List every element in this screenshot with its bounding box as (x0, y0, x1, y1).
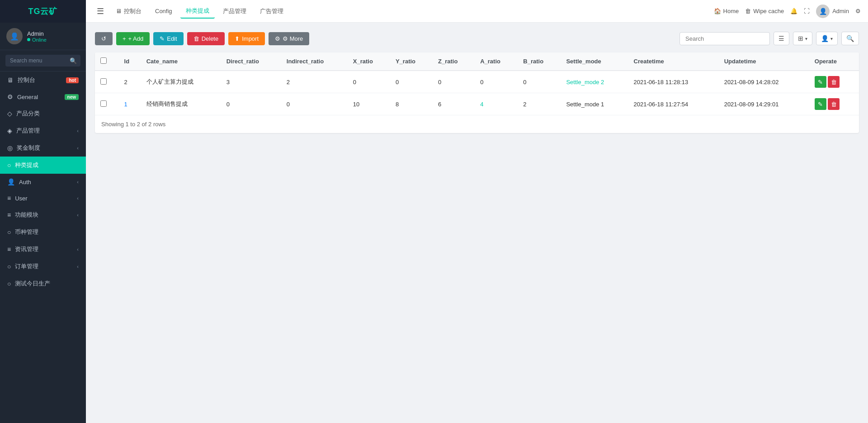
topnav-dashboard[interactable]: 🖥 控制台 (110, 5, 147, 18)
edit-row-button[interactable]: ✎ (815, 76, 826, 88)
notifications-icon[interactable]: 🔔 (790, 8, 797, 14)
table-body: 2 个人矿主算力提成 3 2 0 0 0 0 0 Settle_mode 2 2… (95, 71, 859, 115)
cell-b-ratio: 2 (518, 93, 561, 115)
refresh-button[interactable]: ↺ (95, 32, 113, 45)
row-select-checkbox[interactable] (100, 100, 107, 107)
sidebar-item-feature-module[interactable]: ≡ 功能模块 ‹ (0, 206, 86, 223)
edit-button[interactable]: ✎ Edit (153, 32, 183, 45)
chevron-icon: ‹ (77, 247, 79, 252)
user-name: Admin (27, 30, 47, 37)
showing-text: Showing 1 to 2 of 2 rows (95, 115, 859, 133)
sidebar-item-bonus-system[interactable]: ◎ 奖金制度 ‹ (0, 139, 86, 157)
import-label: Import (242, 35, 259, 42)
cell-cate-name: 个人矿主算力提成 (141, 71, 221, 93)
sidebar-item-label: 功能模块 (15, 211, 38, 219)
table-row: 2 个人矿主算力提成 3 2 0 0 0 0 0 Settle_mode 2 2… (95, 71, 859, 93)
chevron-icon: ‹ (77, 212, 79, 218)
table-header-row: Id Cate_name Direct_ratio Indirect_ratio… (95, 52, 859, 71)
list-view-button[interactable]: ☰ (774, 32, 789, 45)
cell-direct-ratio: 0 (221, 93, 281, 115)
row-select-checkbox[interactable] (100, 78, 107, 85)
cell-z-ratio: 6 (433, 93, 475, 115)
refresh-icon: ↺ (101, 35, 106, 42)
col-a-ratio: A_ratio (475, 52, 518, 71)
cell-indirect-ratio: 2 (281, 71, 348, 93)
more-button[interactable]: ⚙ ⚙ More (269, 32, 309, 45)
content-area: ↺ + + Add ✎ Edit 🗑 Delete ⬆ Import ⚙ ⚙ M… (86, 23, 868, 423)
row-checkbox (95, 93, 119, 115)
topnav-config[interactable]: Config (150, 5, 178, 17)
topnav-ad-manage[interactable]: 广告管理 (255, 5, 289, 18)
sidebar-item-product-category[interactable]: ◇ 产品分类 (0, 105, 86, 122)
col-y-ratio: Y_ratio (390, 52, 433, 71)
column-settings-button[interactable]: 👤 ▾ (816, 32, 838, 45)
col-operate: Operate (809, 52, 859, 71)
delete-row-button[interactable]: 🗑 (828, 98, 840, 110)
grid-view-icon: ⊞ (798, 35, 803, 42)
cell-x-ratio: 0 (348, 71, 390, 93)
delete-row-button[interactable]: 🗑 (828, 76, 840, 88)
chevron-icon: ‹ (77, 145, 79, 151)
grid-view-button[interactable]: ⊞ ▾ (793, 32, 812, 45)
sidebar-item-dashboard[interactable]: 🖥 控制台 hot (0, 71, 86, 89)
cell-createtime: 2021-06-18 11:28:13 (628, 71, 719, 93)
sidebar-item-label: 测试今日生产 (15, 280, 50, 288)
import-button[interactable]: ⬆ Import (228, 32, 265, 45)
sidebar-item-label: 订单管理 (15, 262, 38, 271)
sidebar-item-label: 奖金制度 (17, 144, 40, 152)
sidebar-item-category-commission[interactable]: ○ 种类提成 (0, 157, 86, 174)
sidebar-item-order-manage[interactable]: ○ 订单管理 ‹ (0, 258, 86, 275)
cell-y-ratio: 8 (390, 93, 433, 115)
sidebar-item-test-today[interactable]: ○ 测试今日生产 (0, 275, 86, 292)
settings-icon[interactable]: ⚙ (855, 8, 861, 14)
edit-row-button[interactable]: ✎ (815, 98, 826, 110)
cell-direct-ratio: 3 (221, 71, 281, 93)
col-indirect-ratio: Indirect_ratio (281, 52, 348, 71)
cell-x-ratio: 10 (348, 93, 390, 115)
app-logo: TG云矿 (0, 0, 86, 23)
import-icon: ⬆ (235, 35, 240, 42)
topnav-product-manage[interactable]: 产品管理 (217, 5, 252, 18)
delete-button[interactable]: 🗑 Delete (187, 32, 225, 45)
topnav-category-commission[interactable]: 种类提成 (180, 4, 215, 19)
search-menu-wrap: 🔍 (0, 50, 86, 71)
col-x-ratio: X_ratio (348, 52, 390, 71)
sidebar-item-label: General (17, 94, 38, 100)
wipe-cache-link[interactable]: 🗑 Wipe cache (745, 8, 784, 14)
settle-mode-link[interactable]: Settle_mode 2 (566, 79, 604, 86)
table-search-button[interactable]: 🔍 (841, 32, 859, 45)
sidebar-item-general[interactable]: ⚙ General new (0, 89, 86, 105)
data-table-wrap: Id Cate_name Direct_ratio Indirect_ratio… (95, 52, 859, 133)
dashboard-nav-icon: 🖥 (116, 8, 122, 14)
hamburger-icon[interactable]: ☰ (93, 5, 108, 18)
list-view-icon: ☰ (778, 35, 784, 42)
id-link[interactable]: 1 (124, 101, 127, 108)
search-menu-icon: 🔍 (70, 57, 77, 64)
status-dot (27, 38, 30, 41)
cell-operate: ✎ 🗑 (809, 71, 859, 93)
sidebar-item-coin-manage[interactable]: ○ 币种管理 (0, 223, 86, 241)
search-input[interactable] (679, 32, 770, 45)
dashboard-icon: 🖥 (7, 76, 14, 84)
cell-operate: ✎ 🗑 (809, 93, 859, 115)
home-link[interactable]: 🏠 Home (714, 8, 739, 14)
user-status-label: Online (32, 37, 47, 43)
sidebar-item-user[interactable]: ≡ User ‹ (0, 190, 86, 206)
grid-chevron-icon: ▾ (805, 36, 807, 41)
admin-menu[interactable]: 👤 Admin (816, 5, 849, 18)
add-button[interactable]: + + Add (116, 32, 150, 45)
sidebar-item-news-manage[interactable]: ≡ 资讯管理 ‹ (0, 241, 86, 258)
fullscreen-icon[interactable]: ⛶ (804, 8, 810, 14)
admin-avatar: 👤 (816, 5, 830, 18)
checkbox-header (95, 52, 119, 71)
sidebar-item-label: Auth (19, 179, 31, 185)
user-icon: ≡ (7, 195, 11, 202)
col-updatetime: Updatetime (719, 52, 809, 71)
sidebar-item-product-manage[interactable]: ◈ 产品管理 ‹ (0, 122, 86, 139)
add-label: + Add (128, 35, 144, 42)
row-checkbox (95, 71, 119, 93)
delete-icon: 🗑 (193, 35, 199, 42)
coin-icon: ○ (7, 228, 11, 236)
select-all-checkbox[interactable] (100, 57, 107, 64)
sidebar-item-auth[interactable]: 👤 Auth ‹ (0, 174, 86, 190)
